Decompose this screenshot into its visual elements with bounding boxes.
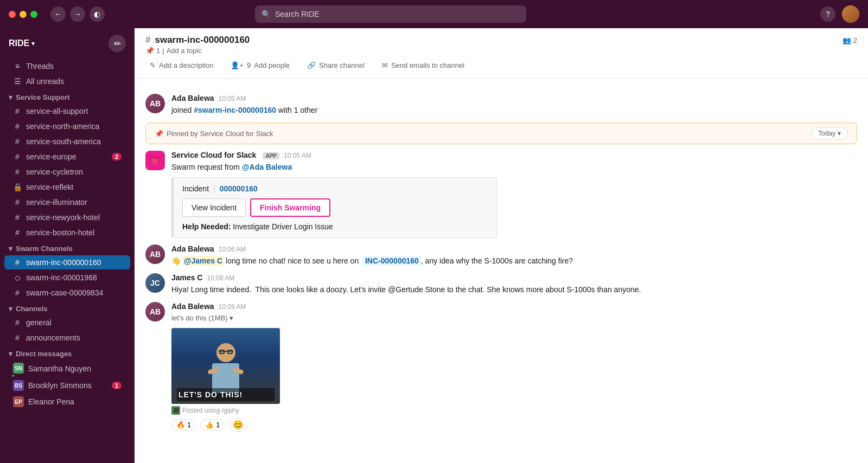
dm-samantha-nguyen[interactable]: SN Samantha Nguyen bbox=[4, 361, 130, 377]
dm-avatar-samantha: SN bbox=[13, 363, 24, 374]
section-service-support[interactable]: ▾ Service Support bbox=[0, 89, 135, 104]
message-time-ada: 10:06 AM bbox=[219, 246, 246, 253]
message-header-james: James C 10:08 AM bbox=[171, 273, 857, 282]
gif-container: LET'S DO THIS! bbox=[171, 328, 280, 404]
app-message-header: Service Cloud for Slack APP 10:05 AM bbox=[171, 151, 857, 159]
compose-button[interactable]: ✏ bbox=[108, 35, 126, 52]
sidebar-item-general[interactable]: # general bbox=[4, 316, 130, 330]
sidebar-item-service-north-america[interactable]: # service-north-america bbox=[4, 119, 130, 133]
workspace-chevron-icon: ▾ bbox=[31, 40, 35, 47]
channel-title: # swarm-inc-000000160 bbox=[145, 35, 250, 46]
edit-icon: ✎ bbox=[150, 61, 156, 69]
dm-avatar-eleanor: EP bbox=[13, 396, 24, 407]
channel-link[interactable]: #swarm-inc-000000160 bbox=[194, 106, 276, 114]
workspace-header: RIDE ▾ ✏ bbox=[0, 28, 135, 59]
dm-brooklyn-simmons[interactable]: BS Brooklyn Simmons 1 bbox=[4, 378, 130, 393]
pinned-text: Pinned by Service Cloud for Slack bbox=[167, 130, 273, 138]
diamond-icon: ◇ bbox=[13, 273, 22, 282]
sidebar-item-announcements[interactable]: # announcements bbox=[4, 331, 130, 345]
members-button[interactable]: 👥 2 bbox=[843, 36, 857, 44]
view-incident-button[interactable]: View Incident bbox=[182, 198, 246, 217]
members-icon: 👥 bbox=[843, 36, 851, 44]
messages-area[interactable]: AB Ada Balewa 10:05 AM joined #swarm-inc… bbox=[135, 79, 868, 463]
message-author-james: James C bbox=[171, 273, 203, 282]
incident-id[interactable]: 000000160 bbox=[220, 184, 258, 193]
channel-hash-icon: # bbox=[145, 35, 150, 46]
chevron-down-icon: ▾ bbox=[229, 314, 233, 322]
sidebar-item-swarm-case-00009834[interactable]: # swarm-case-00009834 bbox=[4, 286, 130, 300]
share-channel-button[interactable]: 🔗 Share channel bbox=[303, 59, 369, 72]
fire-reaction[interactable]: 🔥 1 bbox=[171, 419, 196, 430]
hash-icon: # bbox=[13, 152, 22, 161]
attachment-label: let's do this (1MB) ▾ bbox=[171, 313, 857, 324]
hash-icon: # bbox=[13, 213, 22, 222]
incident-link[interactable]: INC-000000160 bbox=[363, 256, 421, 266]
search-placeholder: Search RIDE bbox=[275, 10, 320, 18]
message-time: 10:05 AM bbox=[219, 95, 246, 102]
section-channels[interactable]: ▾ Channels bbox=[0, 300, 135, 315]
minimize-button[interactable] bbox=[20, 11, 27, 18]
sidebar-item-threads[interactable]: ≡ Threads bbox=[4, 59, 130, 73]
sidebar: RIDE ▾ ✏ ≡ Threads ☰ All unreads ▾ Servi… bbox=[0, 28, 135, 463]
share-icon: 🔗 bbox=[307, 61, 316, 69]
sidebar-item-all-unreads[interactable]: ☰ All unreads bbox=[4, 74, 130, 88]
section-chevron-icon: ▾ bbox=[9, 245, 12, 253]
user-avatar[interactable] bbox=[842, 5, 859, 23]
sidebar-item-swarm-inc-000000160[interactable]: # swarm-inc-000000160 bbox=[4, 255, 130, 269]
sidebar-item-service-illuminator[interactable]: # service-illuminator bbox=[4, 195, 130, 209]
service-europe-badge: 2 bbox=[112, 153, 122, 160]
unreads-icon: ☰ bbox=[13, 77, 22, 86]
emoji-reactions: 🔥 1 👍 1 😊 bbox=[171, 418, 857, 432]
app-author: Service Cloud for Slack bbox=[171, 151, 256, 159]
thumbsup-reaction[interactable]: 👍 1 bbox=[200, 419, 225, 430]
sidebar-item-service-all-support[interactable]: # service-all-support bbox=[4, 104, 130, 118]
history-button[interactable]: ◐ bbox=[90, 7, 105, 22]
dm-eleanor-pena[interactable]: EP Eleanor Pena bbox=[4, 394, 130, 409]
pinned-banner: 📌 Pinned by Service Cloud for Slack Toda… bbox=[145, 123, 857, 144]
finish-swarming-button[interactable]: Finish Swarming bbox=[250, 198, 330, 217]
add-reaction-button[interactable]: 😊 bbox=[229, 418, 247, 432]
help-button[interactable]: ? bbox=[820, 7, 835, 22]
pin-icon: 📌 bbox=[155, 130, 163, 138]
file-icon: ⬛ bbox=[171, 406, 180, 415]
workspace-name[interactable]: RIDE ▾ bbox=[9, 38, 35, 48]
dm-avatar-brooklyn: BS bbox=[13, 380, 24, 391]
main-content: # swarm-inc-000000160 👥 2 📌 1 | Add a to… bbox=[135, 28, 868, 463]
james-mention: @James C bbox=[183, 256, 224, 266]
add-reaction-icon: 😊 bbox=[233, 420, 244, 430]
search-bar[interactable]: 🔍 Search RIDE bbox=[255, 5, 526, 23]
close-button[interactable] bbox=[9, 11, 16, 18]
add-people-button[interactable]: 👤+ 9 Add people bbox=[226, 59, 294, 72]
channel-subtitle: 📌 1 | Add a topic bbox=[145, 47, 857, 55]
system-message-join: AB Ada Balewa 10:05 AM joined #swarm-inc… bbox=[145, 94, 857, 116]
help-needed: Help Needed: Investigate Driver Login Is… bbox=[182, 222, 488, 231]
sidebar-item-service-newyork-hotel[interactable]: # service-newyork-hotel bbox=[4, 210, 130, 224]
section-direct-messages[interactable]: ▾ Direct messages bbox=[0, 345, 135, 360]
sidebar-item-swarm-inc-00001968[interactable]: ◇ swarm-inc-00001968 bbox=[4, 271, 130, 285]
search-icon: 🔍 bbox=[261, 10, 271, 18]
ada-avatar-3: AB bbox=[145, 302, 165, 321]
forward-button[interactable]: → bbox=[70, 7, 85, 22]
hash-icon: # bbox=[13, 318, 22, 327]
hash-icon: # bbox=[13, 288, 22, 297]
hash-icon: # bbox=[13, 198, 22, 207]
today-badge[interactable]: Today ▾ bbox=[811, 127, 848, 139]
channel-header: # swarm-inc-000000160 👥 2 📌 1 | Add a to… bbox=[135, 28, 868, 79]
send-emails-button[interactable]: ✉ Send emails to channel bbox=[378, 59, 469, 72]
app-message-swarm: 💗 Service Cloud for Slack APP 10:05 AM S… bbox=[145, 151, 857, 238]
sidebar-item-service-cycletron[interactable]: # service-cycletron bbox=[4, 165, 130, 179]
app-badge: APP bbox=[263, 152, 279, 159]
sidebar-item-service-reflekt[interactable]: 🔒 service-reflekt bbox=[4, 180, 130, 194]
channel-name: swarm-inc-000000160 bbox=[155, 35, 250, 46]
app-message-body: Service Cloud for Slack APP 10:05 AM Swa… bbox=[171, 151, 857, 238]
add-description-button[interactable]: ✎ Add a description bbox=[145, 59, 218, 72]
titlebar: ← → ◐ 🔍 Search RIDE ? bbox=[0, 0, 868, 28]
section-swarm-channels[interactable]: ▾ Swarm Channels bbox=[0, 240, 135, 255]
sidebar-item-service-europe[interactable]: # service-europe 2 bbox=[4, 150, 130, 164]
chevron-down-icon: ▾ bbox=[838, 130, 841, 137]
sidebar-item-service-south-america[interactable]: # service-south-america bbox=[4, 134, 130, 149]
message-author: Ada Balewa bbox=[171, 94, 214, 102]
back-button[interactable]: ← bbox=[50, 7, 66, 22]
sidebar-item-service-boston-hotel[interactable]: # service-boston-hotel bbox=[4, 226, 130, 240]
maximize-button[interactable] bbox=[30, 11, 37, 18]
